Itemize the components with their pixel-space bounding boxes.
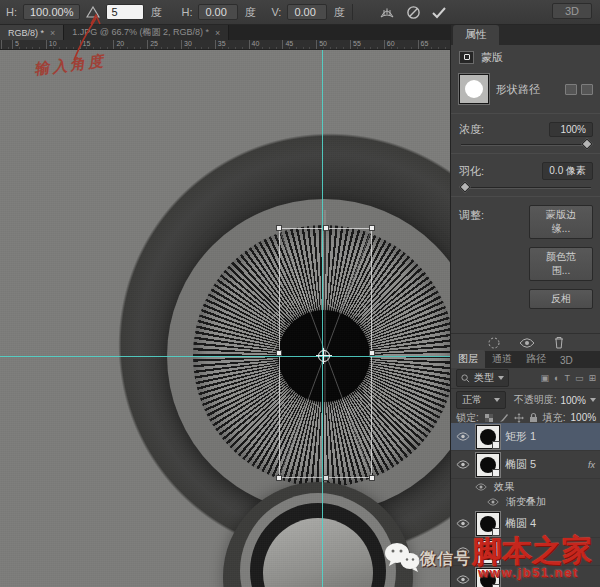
filter-adjustment-icon[interactable]: ◐ (554, 373, 559, 383)
transform-handle[interactable] (323, 225, 329, 231)
fx-icon[interactable]: fx (588, 460, 597, 470)
mask-edge-button[interactable]: 蒙版边缘... (529, 205, 593, 239)
close-tab-icon[interactable]: × (215, 28, 220, 38)
density-slider[interactable] (461, 139, 591, 149)
horizontal-guide[interactable] (0, 356, 450, 357)
mask-panel-icon (459, 51, 474, 64)
ruler-tick-label: 5 (15, 40, 19, 47)
tab-layers[interactable]: 图层 (451, 350, 485, 368)
effects-label: 效果 (494, 480, 514, 494)
tab-3d[interactable]: 3D (553, 353, 580, 368)
layer-row-rectangle-1[interactable]: 矩形 1 (451, 423, 600, 451)
chevron-down-icon[interactable] (590, 398, 596, 402)
divider (451, 153, 600, 154)
layer-row-ellipse-4[interactable]: 椭圆 4 (451, 510, 600, 538)
visibility-eye-icon[interactable] (455, 519, 471, 528)
fill-value[interactable]: 100% (571, 412, 597, 423)
density-value[interactable]: 100% (549, 122, 593, 137)
ruler-tick-label: 40 (252, 40, 260, 47)
transform-handle[interactable] (276, 225, 282, 231)
transform-handle[interactable] (276, 475, 282, 481)
scale-value-field[interactable]: 100.00% (23, 4, 80, 20)
blend-mode-row: 正常 不透明度: 100% (451, 389, 600, 411)
layer-thumbnail[interactable] (476, 512, 500, 536)
delete-mask-trash-icon[interactable] (553, 336, 565, 349)
opacity-value[interactable]: 100% (560, 395, 586, 406)
commit-transform-icon[interactable] (429, 3, 449, 21)
tab-channels[interactable]: 通道 (485, 350, 519, 368)
feather-slider-knob[interactable] (459, 181, 470, 192)
layer-filter-row: 类型 ▣ ◐ T ▭ ⊞ (451, 368, 600, 389)
lock-transparency-icon[interactable] (484, 413, 494, 423)
ruler-tick-label: 65 (421, 40, 429, 47)
blend-mode-combo[interactable]: 正常 (456, 391, 506, 409)
close-tab-icon[interactable]: × (50, 28, 55, 38)
degree-label: 度 (150, 5, 161, 20)
tab-properties[interactable]: 属性 (453, 25, 499, 45)
vertical-guide[interactable] (322, 50, 323, 587)
mask-to-selection-icon[interactable] (487, 336, 501, 350)
adjust-label: 调整: (459, 205, 484, 309)
mask-thumbnail[interactable] (459, 74, 489, 104)
invert-button[interactable]: 反相 (529, 289, 593, 309)
gradient-overlay-eye-icon[interactable] (485, 498, 501, 506)
filter-type-icon[interactable]: T (564, 373, 570, 383)
canvas-area[interactable] (0, 50, 450, 587)
feather-slider[interactable] (461, 182, 591, 192)
lock-pixels-brush-icon[interactable] (499, 413, 509, 423)
visibility-eye-icon[interactable] (455, 547, 471, 556)
blend-mode-value: 正常 (462, 393, 482, 407)
transform-handle[interactable] (369, 225, 375, 231)
ruler-tick-label: 20 (116, 40, 124, 47)
layer-name: 椭圆 5 (505, 457, 536, 472)
cancel-transform-icon[interactable] (403, 3, 423, 21)
warp-mode-icon[interactable] (377, 3, 397, 21)
rotation-angle-input[interactable]: 5 (106, 4, 144, 20)
tab-paths[interactable]: 路径 (519, 350, 553, 368)
feather-value[interactable]: 0.0 像素 (542, 162, 593, 180)
layer-row-ellipse-5[interactable]: 椭圆 5 fx (451, 451, 600, 479)
filter-pixel-icon[interactable]: ▣ (540, 373, 549, 383)
skew-v-label: V: (271, 6, 281, 18)
ruler-tick-label: 30 (184, 40, 192, 47)
document-tab[interactable]: 1.JPG @ 66.7% (椭圆 2, RGB/8) * × (64, 25, 229, 40)
document-tab[interactable]: RGB/8) * × (0, 25, 64, 40)
layer-filter-combo[interactable]: 类型 (456, 369, 509, 387)
transform-handle[interactable] (369, 475, 375, 481)
degree-label: 度 (244, 5, 255, 20)
lock-position-move-icon[interactable] (514, 413, 524, 423)
effects-eye-icon[interactable] (473, 483, 489, 491)
ruler-tick-label: 45 (285, 40, 293, 47)
workspace-switcher-3d[interactable]: 3D (552, 3, 592, 19)
pixel-mask-badge-icon[interactable] (565, 84, 577, 95)
layer-thumbnail[interactable] (476, 568, 500, 587)
layer-row-partial[interactable] (451, 566, 600, 587)
transform-reference-point[interactable] (318, 350, 330, 362)
visibility-eye-icon[interactable] (455, 432, 471, 441)
lock-all-padlock-icon[interactable] (529, 412, 538, 423)
color-range-button[interactable]: 颜色范围... (529, 247, 593, 281)
layer-thumbnail[interactable] (476, 425, 500, 449)
layer-row-partial[interactable] (451, 538, 600, 566)
mask-enable-eye-icon[interactable] (519, 338, 535, 348)
ruler-tick-label: 25 (150, 40, 158, 47)
layer-name: 椭圆 4 (505, 516, 536, 531)
layer-thumbnail[interactable] (476, 453, 500, 477)
skew-h-input[interactable]: 0.00 (198, 4, 238, 20)
transform-options-bar: H: 100.00% 5 度 H: 0.00 度 V: 0.00 度 3D (0, 0, 600, 25)
ruler-tick-label: 35 (218, 40, 226, 47)
filter-smartobject-icon[interactable]: ⊞ (588, 373, 596, 383)
effects-row[interactable]: 效果 (451, 479, 600, 494)
right-panel-column: 属性 蒙版 形状路径 浓度: 100% (450, 25, 600, 587)
layer-name: 矩形 1 (505, 429, 536, 444)
vector-mask-badge-icon[interactable] (581, 84, 593, 95)
density-slider-knob[interactable] (581, 138, 592, 149)
horizontal-ruler[interactable]: 5101520253035404550556065 (0, 40, 450, 50)
skew-v-input[interactable]: 0.00 (287, 4, 327, 20)
layer-thumbnail[interactable] (476, 540, 500, 564)
visibility-eye-icon[interactable] (455, 460, 471, 469)
transform-handle[interactable] (323, 475, 329, 481)
filter-shape-icon[interactable]: ▭ (575, 373, 584, 383)
visibility-eye-icon[interactable] (455, 575, 471, 584)
gradient-overlay-row[interactable]: 渐变叠加 (451, 494, 600, 510)
